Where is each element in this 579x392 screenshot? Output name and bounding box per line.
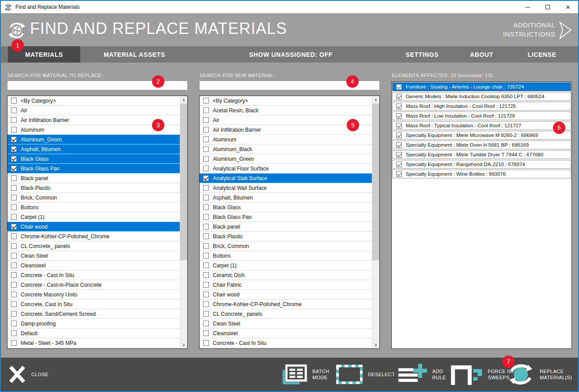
item-checkbox[interactable] bbox=[203, 204, 209, 210]
tab-settings[interactable]: SETTINGS bbox=[391, 46, 453, 63]
list-item[interactable]: Black panel bbox=[7, 174, 180, 183]
item-checkbox[interactable] bbox=[11, 214, 17, 220]
item-checkbox[interactable] bbox=[203, 263, 209, 268]
item-checkbox[interactable] bbox=[11, 224, 17, 229]
item-checkbox[interactable] bbox=[203, 233, 209, 239]
list-item[interactable]: Clean Steel bbox=[200, 319, 372, 329]
list-item[interactable]: CL Concrete_ panels bbox=[200, 309, 372, 319]
item-checkbox[interactable] bbox=[203, 107, 209, 113]
list-item[interactable]: <By Category> bbox=[200, 96, 372, 106]
item-checkbox[interactable] bbox=[203, 185, 209, 191]
item-checkbox[interactable] bbox=[203, 98, 209, 104]
element-checkbox[interactable] bbox=[396, 162, 402, 167]
list-item[interactable]: Black panel bbox=[200, 222, 372, 232]
element-checkbox[interactable] bbox=[396, 171, 402, 177]
scrollbar[interactable]: ∧ ∨ bbox=[180, 96, 187, 348]
replace-materials-button[interactable]: REPLACE MATERIAL(S) bbox=[507, 358, 572, 391]
list-item[interactable]: Cleansteel bbox=[200, 329, 372, 338]
item-checkbox[interactable] bbox=[203, 282, 209, 288]
list-item[interactable]: Black Glass bbox=[200, 203, 372, 212]
item-checkbox[interactable] bbox=[11, 98, 17, 104]
element-checkbox[interactable] bbox=[396, 104, 402, 109]
tab-about[interactable]: ABOUT bbox=[453, 46, 510, 63]
list-item[interactable]: Buttons bbox=[7, 203, 180, 212]
list-item[interactable]: Carpet (1) bbox=[7, 212, 180, 222]
list-item[interactable]: Concrete, Cast In Situ bbox=[7, 300, 180, 309]
element-row[interactable]: Mass Roof : Typical Insulation - Cool Ro… bbox=[392, 121, 571, 130]
list-item[interactable]: Brick, Common bbox=[200, 241, 372, 251]
tab-material-assets[interactable]: MATERIAL ASSETS bbox=[93, 46, 176, 63]
maximize-button[interactable] bbox=[538, 1, 558, 13]
item-checkbox[interactable] bbox=[11, 117, 17, 123]
list-item[interactable]: Black Plastic bbox=[7, 183, 180, 193]
scrollbar-up-icon[interactable]: ∧ bbox=[180, 96, 187, 104]
close-window-button[interactable]: ✕ bbox=[558, 1, 578, 13]
add-rule-button[interactable]: ADD RULE bbox=[397, 358, 446, 391]
item-checkbox[interactable] bbox=[203, 311, 209, 317]
item-checkbox[interactable] bbox=[203, 146, 209, 152]
item-checkbox[interactable] bbox=[203, 195, 209, 200]
item-checkbox[interactable] bbox=[203, 175, 209, 181]
element-row[interactable]: Generic Models : Miele Induction Cooktop… bbox=[392, 92, 571, 101]
element-row[interactable]: Specialty Equipment : Wine Bottles : 993… bbox=[392, 170, 571, 178]
arrow-right-outline-icon[interactable] bbox=[558, 21, 573, 40]
list-item[interactable]: Clean Steel bbox=[7, 251, 180, 261]
list-item[interactable]: Analytical Wall Surface bbox=[200, 183, 372, 193]
item-checkbox[interactable] bbox=[11, 137, 17, 142]
item-checkbox[interactable] bbox=[203, 321, 209, 326]
element-row[interactable]: Specialty Equipment : Miele Microwave M … bbox=[392, 131, 571, 140]
item-checkbox[interactable] bbox=[11, 282, 17, 288]
item-checkbox[interactable] bbox=[203, 117, 209, 123]
list-item[interactable]: Aluminum_Green bbox=[7, 135, 180, 144]
scrollbar-down-icon[interactable]: ∨ bbox=[180, 341, 187, 348]
element-row[interactable]: Furniture : Seating - Artemis - Lounge c… bbox=[392, 82, 571, 91]
item-checkbox[interactable] bbox=[203, 166, 209, 171]
item-checkbox[interactable] bbox=[203, 330, 209, 336]
list-item[interactable]: Asphalt, Bitumen bbox=[200, 193, 372, 203]
element-checkbox[interactable] bbox=[396, 84, 402, 90]
item-checkbox[interactable] bbox=[11, 243, 17, 249]
list-item[interactable]: Buttons bbox=[200, 251, 372, 261]
list-item[interactable]: Analytical Slab Surface bbox=[200, 174, 372, 183]
list-item[interactable]: Air bbox=[7, 106, 180, 115]
scrollbar-thumb[interactable] bbox=[180, 104, 187, 260]
list-item[interactable]: Concrete Masonry Units bbox=[7, 290, 180, 300]
item-checkbox[interactable] bbox=[203, 292, 209, 297]
list-item[interactable]: Chair wood bbox=[200, 290, 372, 300]
additional-instructions-link[interactable]: ADDITIONAL INSTRUCTIONS bbox=[503, 20, 556, 39]
item-checkbox[interactable] bbox=[203, 156, 209, 162]
item-checkbox[interactable] bbox=[11, 175, 17, 181]
element-row[interactable]: Specialty Equipment : Rangehood DA-2210 … bbox=[392, 160, 571, 169]
item-checkbox[interactable] bbox=[11, 263, 17, 268]
element-checkbox[interactable] bbox=[396, 113, 402, 119]
list-item[interactable]: Concrete, Sand/Cement Screed bbox=[7, 309, 180, 319]
element-checkbox[interactable] bbox=[396, 123, 402, 129]
item-checkbox[interactable] bbox=[203, 137, 209, 142]
item-checkbox[interactable] bbox=[11, 127, 17, 133]
list-item[interactable]: Asphalt, Bitumen bbox=[7, 144, 180, 154]
element-row[interactable]: Specialty Equipment : Miele Tumble Dryer… bbox=[392, 150, 571, 159]
list-item[interactable]: Default bbox=[7, 329, 180, 338]
item-checkbox[interactable] bbox=[11, 107, 17, 113]
element-row[interactable]: Mass Roof : High Insulation - Cool Roof … bbox=[392, 102, 571, 111]
element-checkbox[interactable] bbox=[396, 94, 402, 100]
scrollbar-track[interactable] bbox=[180, 104, 187, 341]
list-item[interactable]: Concrete - Cast In Situ bbox=[7, 270, 180, 280]
close-button[interactable]: CLOSE bbox=[8, 358, 48, 391]
list-item[interactable]: Damp-proofing bbox=[7, 319, 180, 329]
list-item[interactable]: Chrome-Kohler-CP-Polished_Chrome bbox=[7, 232, 180, 241]
scrollbar-track[interactable] bbox=[372, 104, 379, 341]
list-item[interactable]: Black Plastic bbox=[200, 232, 372, 241]
element-checkbox[interactable] bbox=[396, 133, 402, 138]
tab-license[interactable]: LICENSE bbox=[511, 46, 573, 63]
item-checkbox[interactable] bbox=[11, 311, 17, 317]
list-item[interactable]: Concrete - Cast In Situ bbox=[200, 338, 372, 348]
list-item[interactable]: Black Glass Pan bbox=[7, 164, 180, 174]
item-checkbox[interactable] bbox=[11, 292, 17, 297]
deselect-button[interactable]: DESELECT bbox=[336, 358, 395, 391]
list-item[interactable]: Ceramic Dish bbox=[200, 270, 372, 280]
item-checkbox[interactable] bbox=[203, 253, 209, 259]
scrollbar-up-icon[interactable]: ∧ bbox=[372, 96, 379, 104]
item-checkbox[interactable] bbox=[203, 301, 209, 307]
item-checkbox[interactable] bbox=[203, 224, 209, 229]
